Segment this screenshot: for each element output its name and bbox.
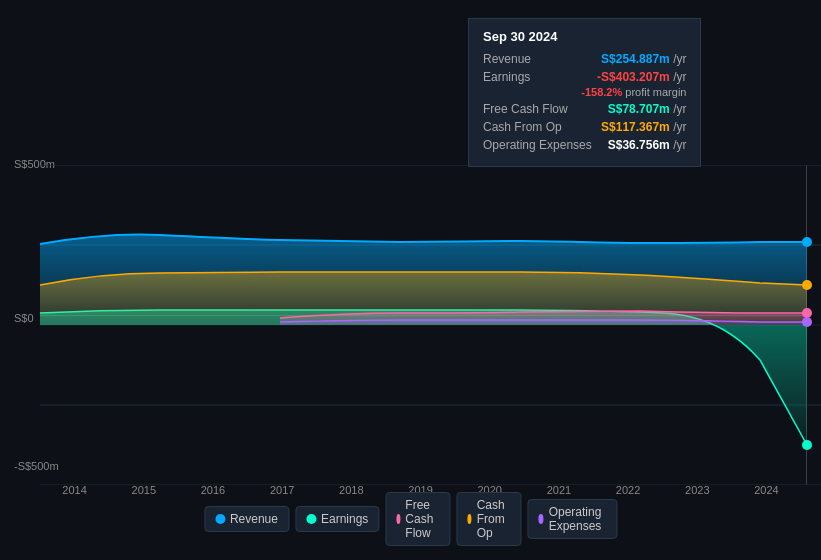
tooltip-row-revenue: Revenue S$254.887m /yr xyxy=(483,52,686,66)
legend-item-revenue[interactable]: Revenue xyxy=(204,506,289,532)
tooltip-date: Sep 30 2024 xyxy=(483,29,686,44)
tooltip-value-opex: S$36.756m /yr xyxy=(608,138,687,152)
x-label-2023: 2023 xyxy=(663,484,732,496)
legend-label-earnings: Earnings xyxy=(321,512,368,526)
tooltip-label-opex: Operating Expenses xyxy=(483,138,592,152)
legend-dot-cashop xyxy=(467,514,471,524)
tooltip-value-earnings: -S$403.207m /yr xyxy=(597,70,686,84)
tooltip-value-cashop: S$117.367m /yr xyxy=(601,120,686,134)
tooltip-label-earnings: Earnings xyxy=(483,70,530,84)
legend-item-fcf[interactable]: Free Cash Flow xyxy=(385,492,450,546)
legend-dot-earnings xyxy=(306,514,316,524)
svg-point-5 xyxy=(802,237,812,247)
legend-dot-opex xyxy=(538,514,543,524)
legend-label-opex: Operating Expenses xyxy=(549,505,606,533)
tooltip-label-fcf: Free Cash Flow xyxy=(483,102,568,116)
x-label-2015: 2015 xyxy=(109,484,178,496)
legend-label-cashop: Cash From Op xyxy=(477,498,511,540)
x-label-2014: 2014 xyxy=(40,484,109,496)
tooltip-label-revenue: Revenue xyxy=(483,52,531,66)
legend-item-cashop[interactable]: Cash From Op xyxy=(456,492,521,546)
svg-point-9 xyxy=(802,317,812,327)
tooltip-card: Sep 30 2024 Revenue S$254.887m /yr Earni… xyxy=(468,18,701,167)
legend: Revenue Earnings Free Cash Flow Cash Fro… xyxy=(204,492,617,546)
tooltip-profit-margin: -158.2% profit margin xyxy=(483,86,686,98)
tooltip-value-revenue: S$254.887m /yr xyxy=(601,52,686,66)
svg-point-6 xyxy=(802,440,812,450)
tooltip-row-cashop: Cash From Op S$117.367m /yr xyxy=(483,120,686,134)
legend-label-revenue: Revenue xyxy=(230,512,278,526)
chart-svg xyxy=(0,165,821,485)
svg-point-7 xyxy=(802,280,812,290)
legend-dot-fcf xyxy=(396,514,400,524)
tooltip-value-fcf: S$78.707m /yr xyxy=(608,102,687,116)
legend-item-opex[interactable]: Operating Expenses xyxy=(527,499,617,539)
legend-label-fcf: Free Cash Flow xyxy=(405,498,439,540)
tooltip-row-fcf: Free Cash Flow S$78.707m /yr xyxy=(483,102,686,116)
x-label-2024: 2024 xyxy=(732,484,801,496)
legend-dot-revenue xyxy=(215,514,225,524)
svg-point-8 xyxy=(802,308,812,318)
legend-item-earnings[interactable]: Earnings xyxy=(295,506,379,532)
tooltip-row-earnings: Earnings -S$403.207m /yr xyxy=(483,70,686,84)
tooltip-label-cashop: Cash From Op xyxy=(483,120,562,134)
tooltip-row-opex: Operating Expenses S$36.756m /yr xyxy=(483,138,686,152)
